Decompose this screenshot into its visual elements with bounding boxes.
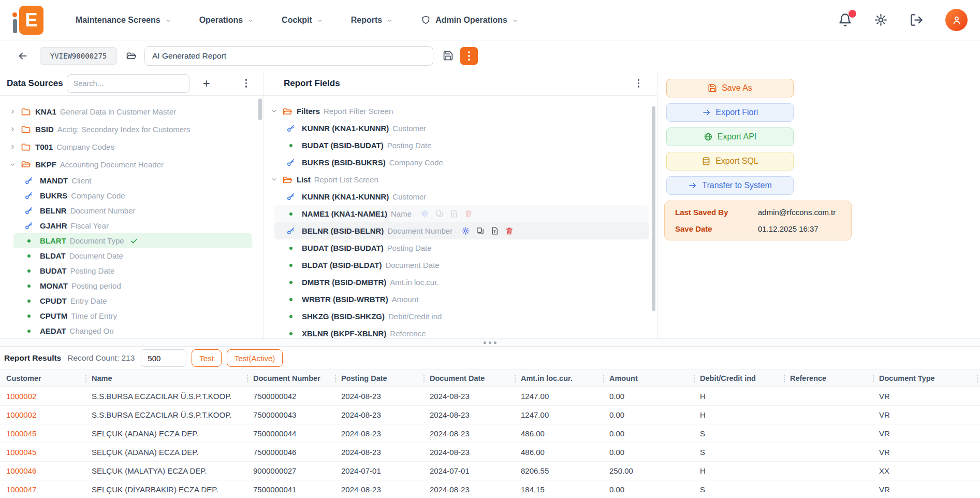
report-fields-kebab-icon[interactable] — [636, 77, 642, 90]
add-data-source-button[interactable]: + — [199, 76, 214, 91]
trash-icon[interactable] — [464, 209, 473, 218]
tree-field-budat[interactable]: BUDAT (BSID-BUDAT)Posting Date — [264, 239, 657, 257]
tree-field-mandt[interactable]: MANDTClient — [0, 173, 264, 188]
app-logo[interactable]: E — [12, 6, 43, 35]
customer-link[interactable]: 1000045 — [0, 443, 85, 461]
user-avatar[interactable] — [945, 9, 968, 31]
column-header-document-date[interactable]: Document Date — [423, 370, 515, 387]
tree-folder-list[interactable]: ListReport List Screen — [264, 171, 657, 188]
toolbar-more-actions-button[interactable] — [460, 47, 478, 65]
chevron-right-icon[interactable] — [9, 126, 16, 133]
chevron-down-icon[interactable] — [271, 108, 277, 115]
column-header-amount[interactable]: Amount — [603, 370, 694, 387]
tree-field-aedat[interactable]: AEDATChanged On — [0, 323, 264, 338]
tree-field-name1[interactable]: NAME1 (KNA1-NAME1)Name — [274, 205, 649, 222]
save-icon[interactable] — [443, 50, 454, 61]
tree-field-belnr[interactable]: BELNRDocument Number — [0, 203, 264, 218]
logout-icon[interactable] — [910, 13, 924, 27]
report-name-input[interactable] — [144, 46, 433, 66]
tree-folder-bkpf[interactable]: BKPFAccounting Document Header — [0, 155, 264, 173]
report-fields-scrollbar[interactable] — [652, 106, 655, 311]
field-description: Client — [71, 176, 91, 185]
search-input[interactable] — [67, 74, 189, 93]
tree-field-kunnr[interactable]: KUNNR (KNA1-KUNNR)Customer — [264, 120, 657, 137]
tree-field-bldat[interactable]: BLDATDocument Date — [0, 248, 264, 263]
tree-folder-kna1[interactable]: KNA1General Data in Customer Master — [0, 103, 264, 120]
field-code: KUNNR (KNA1-KUNNR) — [302, 192, 389, 201]
customer-link[interactable]: 1000047 — [0, 480, 85, 498]
gear-icon[interactable] — [461, 226, 470, 235]
chevron-down-icon[interactable] — [271, 176, 277, 183]
export-fiori-button[interactable]: Export Fiori — [666, 103, 794, 122]
data-sources-scrollbar[interactable] — [258, 98, 262, 120]
nav-menu-operations[interactable]: Operations — [199, 16, 254, 25]
doc-icon[interactable] — [449, 209, 458, 218]
chevron-right-icon[interactable] — [9, 144, 16, 150]
tree-field-blart[interactable]: BLARTDocument Type — [13, 233, 252, 248]
tree-field-cpudt[interactable]: CPUDTEntry Date — [0, 293, 264, 308]
record-limit-input[interactable] — [141, 349, 186, 367]
tree-field-xblnr[interactable]: XBLNR (BKPF-XBLNR)Reference — [264, 325, 657, 338]
save-as-button[interactable]: Save As — [666, 79, 794, 97]
table-row: 1000047SELÇUK (DİYARBAKIR) ECZA DEP.7500… — [0, 480, 980, 498]
horizontal-splitter-handle[interactable] — [0, 338, 980, 347]
doc-icon[interactable] — [490, 226, 499, 235]
test-button[interactable]: Test — [192, 349, 222, 367]
tree-field-wrbtr[interactable]: WRBTR (BSID-WRBTR)Amount — [264, 291, 657, 308]
column-header-amt-in-loc-cur[interactable]: Amt.in loc.cur. — [515, 370, 603, 387]
open-folder-icon[interactable] — [126, 50, 137, 61]
customer-link[interactable]: 1000002 — [0, 406, 85, 424]
bullet-icon — [27, 315, 31, 318]
tree-field-gjahr[interactable]: GJAHRFiscal Year — [0, 218, 264, 233]
column-header-document-type[interactable]: Document Type — [873, 370, 980, 387]
nav-menu-reports[interactable]: Reports — [351, 16, 393, 25]
tree-field-monat[interactable]: MONATPosting period — [0, 278, 264, 293]
tree-field-cputm[interactable]: CPUTMTime of Entry — [0, 308, 264, 323]
customer-link[interactable]: 1000002 — [0, 387, 85, 405]
trash-icon[interactable] — [505, 226, 514, 235]
tree-field-shkzg[interactable]: SHKZG (BSID-SHKZG)Debit/Credit ind — [264, 308, 657, 325]
tree-folder-filters[interactable]: FiltersReport Filter Screen — [264, 103, 657, 120]
tree-field-budat[interactable]: BUDATPosting Date — [0, 263, 264, 278]
copy-icon[interactable] — [435, 209, 444, 218]
back-arrow-icon[interactable] — [17, 50, 28, 62]
tree-field-bukrs[interactable]: BUKRS (BSID-BUKRS)Company Code — [264, 154, 657, 171]
copy-icon[interactable] — [476, 226, 485, 235]
column-header-customer[interactable]: Customer — [0, 370, 85, 387]
field-code: KNA1 — [35, 107, 56, 116]
chevron-right-icon[interactable] — [9, 108, 16, 115]
column-header-posting-date[interactable]: Posting Date — [335, 370, 423, 387]
gear-icon[interactable] — [420, 209, 429, 218]
tree-field-dmbtr[interactable]: DMBTR (BSID-DMBTR)Amt.in loc.cur. — [264, 274, 657, 291]
table-cell: 2024-08-23 — [423, 443, 515, 461]
field-description: Document Type — [70, 236, 124, 245]
field-code: BLDAT — [40, 251, 66, 260]
column-header-reference[interactable]: Reference — [784, 370, 873, 387]
chevron-down-icon[interactable] — [9, 161, 16, 168]
export-sql-button[interactable]: Export SQL — [666, 152, 794, 170]
test-active-button[interactable]: Test(Active) — [227, 349, 283, 367]
column-header-debit-credit-ind[interactable]: Debit/Credit ind — [694, 370, 784, 387]
tree-field-kunnr[interactable]: KUNNR (KNA1-KUNNR)Customer — [264, 188, 657, 205]
column-header-document-number[interactable]: Document Number — [247, 370, 335, 387]
customer-link[interactable]: 1000045 — [0, 424, 85, 443]
tree-field-belnr[interactable]: BELNR (BSID-BELNR)Document Number — [274, 222, 649, 239]
tree-field-budat[interactable]: BUDAT (BSID-BUDAT)Posting Date — [264, 137, 657, 154]
notifications-bell-icon[interactable] — [838, 13, 852, 27]
tree-folder-bsid[interactable]: BSIDAcctg: Secondary Index for Customers — [0, 120, 264, 138]
column-header-name[interactable]: Name — [85, 370, 247, 387]
nav-menu-admin-operations[interactable]: Admin Operations — [421, 15, 518, 25]
export-api-button[interactable]: Export API — [666, 127, 794, 146]
tree-field-bldat[interactable]: BLDAT (BSID-BLDAT)Document Date — [264, 257, 657, 274]
customer-link[interactable]: 1000046 — [0, 462, 85, 480]
settings-gear-icon[interactable] — [874, 13, 888, 27]
nav-menu-maintenance-screens[interactable]: Maintenance Screens — [76, 16, 171, 25]
table-row: 1000045SELÇUK (ADANA) ECZA DEP.750000004… — [0, 443, 980, 462]
tree-field-bukrs[interactable]: BUKRSCompany Code — [0, 188, 264, 203]
data-sources-kebab-icon[interactable] — [243, 77, 250, 90]
view-id-badge[interactable]: YVIEW90000275 — [40, 47, 117, 65]
transfer-to-system-button[interactable]: Transfer to System — [666, 176, 794, 195]
table-cell: 0.00 — [603, 424, 694, 443]
tree-folder-t001[interactable]: T001Company Codes — [0, 138, 264, 155]
nav-menu-cockpit[interactable]: Cockpit — [282, 16, 323, 25]
